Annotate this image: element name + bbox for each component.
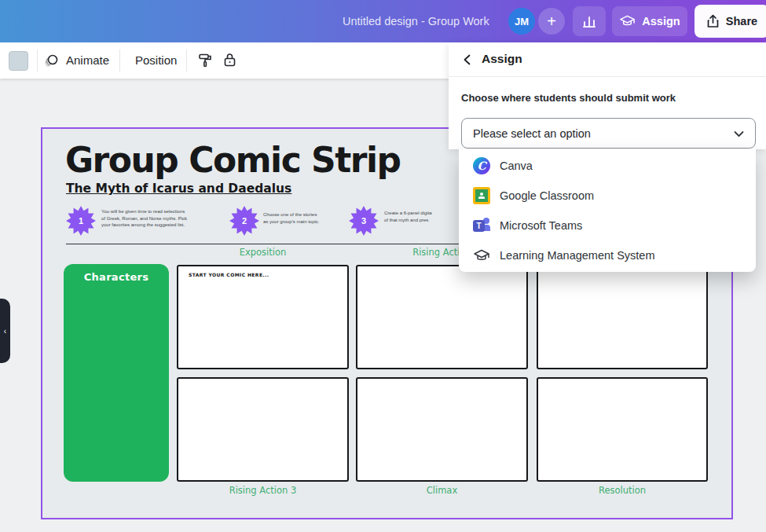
panel-label-rising-action-3[interactable]: Rising Action 3 <box>177 485 349 496</box>
animate-button[interactable]: Animate <box>66 42 109 79</box>
animate-icon[interactable] <box>44 53 59 68</box>
assign-button-label: Assign <box>642 15 680 28</box>
toolbar-divider <box>186 50 187 72</box>
option-canva[interactable]: C Canva <box>459 151 756 181</box>
microsoft-teams-icon: T <box>473 217 490 234</box>
option-microsoft-teams[interactable]: T Microsoft Teams <box>459 211 756 240</box>
assign-panel: Assign Choose where students should subm… <box>449 42 766 149</box>
chevron-left-icon: ‹ <box>4 327 6 336</box>
google-classroom-icon <box>473 187 490 204</box>
assign-panel-header: Assign <box>449 42 766 76</box>
top-app-bar: Untitled design - Group Work JM + Assig <box>0 0 766 42</box>
lock-icon[interactable] <box>222 52 237 68</box>
comic-panel-rising-action-3[interactable] <box>177 377 349 482</box>
toolbar-divider <box>119 50 120 72</box>
step-2-number: 2 <box>242 216 247 226</box>
share-button[interactable]: Share <box>695 5 766 38</box>
page-subtitle[interactable]: The Myth of Icarus and Daedalus <box>66 182 291 196</box>
insights-button[interactable] <box>573 6 606 36</box>
assign-panel-title: Assign <box>482 52 522 66</box>
comic-start-hint: START YOUR COMIC HERE... <box>189 272 269 277</box>
panel-label-exposition[interactable]: Exposition <box>177 247 349 258</box>
graduation-cap-icon <box>473 248 490 263</box>
avatar[interactable]: JM <box>508 8 535 35</box>
share-button-label: Share <box>726 15 757 28</box>
select-placeholder: Please select an option <box>473 127 591 140</box>
step-2-text[interactable]: Choose one of the stories as your group'… <box>263 211 320 225</box>
position-button[interactable]: Position <box>135 42 177 79</box>
panel-label-climax[interactable]: Climax <box>356 485 528 496</box>
toolbar-divider <box>37 50 38 72</box>
comic-panel-rising-action[interactable] <box>356 265 528 369</box>
sidebar-collapse-tab[interactable]: ‹ <box>0 299 10 363</box>
step-1-text[interactable]: You will be given time to read selection… <box>101 208 187 229</box>
step-2-star-badge[interactable]: 2 <box>229 206 259 236</box>
comic-panel-rising-action-2[interactable] <box>537 265 708 369</box>
step-1-star-badge[interactable]: 1 <box>66 206 96 236</box>
destination-select[interactable]: Please select an option <box>461 118 756 149</box>
paint-roller-icon[interactable] <box>197 53 213 68</box>
background-color-swatch[interactable] <box>9 51 28 71</box>
characters-box-label: Characters <box>84 271 149 482</box>
share-upload-icon <box>706 14 720 28</box>
option-google-classroom[interactable]: Google Classroom <box>459 181 756 211</box>
step-1-number: 1 <box>79 216 83 226</box>
bar-chart-icon <box>582 14 596 28</box>
destination-dropdown-menu: C Canva Google Classroom T Microsoft Tea… <box>459 149 756 272</box>
comic-panel-exposition[interactable]: START YOUR COMIC HERE... <box>177 265 349 369</box>
step-3-star-badge[interactable]: 3 <box>349 206 379 236</box>
plus-icon: + <box>547 13 556 31</box>
submit-destination-label: Choose where students should submit work <box>461 92 676 104</box>
step-3-text[interactable]: Create a 6-panel digita of that myth and… <box>384 210 432 223</box>
chevron-down-icon <box>733 128 745 140</box>
graduation-cap-icon <box>619 14 636 28</box>
comic-panel-climax[interactable] <box>356 377 528 482</box>
step-3-number: 3 <box>361 216 366 226</box>
comic-panel-resolution[interactable] <box>537 377 708 482</box>
option-lms[interactable]: Learning Management System <box>459 240 756 270</box>
characters-box[interactable]: Characters <box>64 264 169 482</box>
canva-logo-icon: C <box>473 157 490 174</box>
assign-button[interactable]: Assign <box>612 6 687 36</box>
page-title[interactable]: Group Comic Strip <box>65 140 401 180</box>
panel-divider <box>449 76 766 77</box>
add-collaborator-button[interactable]: + <box>538 8 565 35</box>
document-title[interactable]: Untitled design - Group Work <box>343 0 489 42</box>
back-button[interactable] <box>458 50 477 69</box>
canva-editor: Group Comic Strip The Myth of Icarus and… <box>0 0 766 532</box>
panel-label-resolution[interactable]: Resolution <box>537 485 708 496</box>
